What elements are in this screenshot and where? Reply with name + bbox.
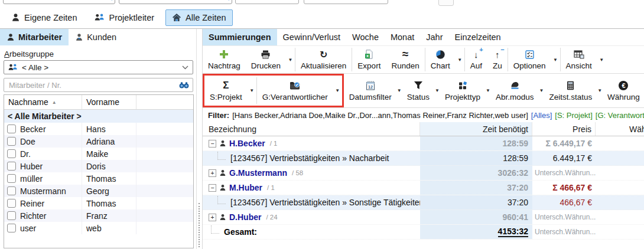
column-header-zeit-benoetigt[interactable]: Zeit benötigt bbox=[420, 122, 532, 136]
top-field-4[interactable] bbox=[304, 0, 388, 4]
firstname: web bbox=[86, 224, 102, 233]
drucken-dropdown[interactable]: ▼ bbox=[286, 46, 295, 73]
collapse-toggle-icon[interactable]: − bbox=[209, 140, 216, 148]
ansicht-button[interactable]: Ansicht bbox=[561, 46, 597, 73]
global-search-input-2[interactable] bbox=[119, 0, 232, 4]
sortierung-projekt-dropdown[interactable]: ▼ bbox=[248, 76, 256, 106]
button-label: G:Verantwortlicher bbox=[262, 93, 328, 101]
toolbar-row-1: Nachtrag Drucken ▼ ↻ Aktualisieren x Exp… bbox=[203, 46, 644, 74]
optionen-dropdown[interactable]: ▼ bbox=[551, 46, 560, 73]
row-checkbox[interactable] bbox=[7, 162, 16, 171]
top-field-3[interactable] bbox=[235, 0, 299, 4]
gruppierung-verantwortlicher-button[interactable]: G:Verantwortlicher bbox=[257, 76, 333, 106]
row-checkbox[interactable] bbox=[7, 186, 16, 195]
sortierung-projekt-button[interactable]: Σ S:Projekt bbox=[204, 76, 248, 106]
optionen-button[interactable]: Optionen bbox=[508, 46, 551, 73]
auf-button[interactable]: ↓+ Auf bbox=[465, 46, 487, 73]
expand-toggle-icon[interactable]: + bbox=[209, 169, 216, 177]
tab-mitarbeiter[interactable]: Mitarbeiter bbox=[0, 29, 69, 45]
price-value: Untersch.Währun... bbox=[535, 213, 596, 221]
button-label: Zu bbox=[493, 61, 502, 70]
row-checkbox[interactable] bbox=[7, 137, 16, 146]
list-item[interactable]: user web bbox=[4, 222, 193, 234]
zu-button[interactable]: ↑− Zu bbox=[487, 46, 508, 73]
row-checkbox[interactable] bbox=[7, 149, 16, 158]
employee-list-header: Nachname ▲ Vorname bbox=[4, 95, 193, 110]
row-checkbox[interactable] bbox=[7, 224, 16, 232]
top-overflow-button[interactable]: ●● bbox=[438, 0, 454, 6]
list-item[interactable]: Mustermann Georg bbox=[4, 185, 193, 197]
drucken-button[interactable]: Drucken bbox=[246, 46, 286, 73]
tab-projektleiter[interactable]: Projektleiter bbox=[88, 9, 161, 26]
workgroup-select[interactable]: < Alle > bbox=[4, 60, 193, 74]
search-icon bbox=[105, 0, 113, 1]
blocks-icon bbox=[458, 80, 467, 91]
list-item[interactable]: Dr. Maike bbox=[4, 148, 193, 160]
tab-alle-zeiten[interactable]: Alle Zeiten bbox=[165, 9, 233, 26]
zeitstempel-status-filter-dropdown[interactable]: ▼ bbox=[597, 74, 602, 107]
list-item[interactable]: müller Thomas bbox=[4, 172, 193, 185]
abrechnungsmodus-filter-button[interactable]: Abr.modus bbox=[490, 74, 539, 107]
tab-kunden[interactable]: Kunden bbox=[69, 29, 123, 45]
firstname: Maike bbox=[86, 149, 108, 159]
runden-button[interactable]: ≈ Runden bbox=[386, 46, 424, 73]
button-label: Optionen bbox=[513, 61, 546, 70]
export-button[interactable]: x Export bbox=[352, 46, 386, 73]
table-row[interactable]: − M.Huber / 1 37:20 Σ 466,67 € bbox=[203, 181, 644, 195]
tab-woche[interactable]: Woche bbox=[346, 29, 385, 45]
waehrung-filter-button[interactable]: € Währung bbox=[602, 74, 644, 107]
chart-button[interactable]: Chart bbox=[425, 46, 456, 73]
row-checkbox[interactable] bbox=[7, 211, 16, 220]
svg-text:12: 12 bbox=[368, 84, 373, 89]
table-row[interactable]: [1234567] Vertriebstätigkeiten » Sonstig… bbox=[203, 195, 644, 210]
expand-toggle-icon[interactable]: + bbox=[209, 214, 216, 221]
table-row[interactable]: + G.Mustermann / 58 3026:32 Untersch.Wäh… bbox=[203, 166, 644, 181]
nachtrag-button[interactable]: Nachtrag bbox=[203, 46, 246, 73]
collapse-toggle-icon[interactable]: − bbox=[209, 184, 216, 192]
employee-search-input[interactable] bbox=[8, 80, 179, 90]
list-item[interactable]: Huber Doris bbox=[4, 160, 193, 172]
table-header-row: Bezeichnung Zeit benötigt Preis Währung bbox=[203, 122, 644, 136]
column-header-nachname[interactable]: Nachname ▲ bbox=[4, 95, 82, 109]
datumsfilter-dropdown[interactable]: ▼ bbox=[397, 74, 402, 107]
employee-list: Nachname ▲ Vorname < Alle Mitarbeiter > … bbox=[4, 94, 194, 248]
zeitstempel-status-filter-button[interactable]: Zeitst.status bbox=[544, 74, 597, 107]
list-item[interactable]: Richter Franz bbox=[4, 209, 193, 222]
tab-summierungen[interactable]: Summierungen bbox=[203, 29, 277, 45]
table-row[interactable]: [1234567] Vertriebstätigkeiten » Nacharb… bbox=[203, 151, 644, 166]
projekttyp-filter-dropdown[interactable]: ▼ bbox=[486, 74, 490, 107]
aktualisieren-button[interactable]: ↻ Aktualisieren bbox=[295, 46, 352, 73]
tab-eigene-zeiten[interactable]: Eigene Zeiten bbox=[5, 9, 83, 26]
column-header-vorname[interactable]: Vorname bbox=[82, 95, 136, 109]
table-row[interactable]: − H.Becker / 1 128:59 Σ 6.449,17 € bbox=[203, 136, 644, 151]
calendar-icon: 12 bbox=[366, 80, 375, 91]
summary-panel: Summierungen Gewinn/Verlust Woche Monat … bbox=[202, 29, 644, 249]
tab-gewinn-verlust[interactable]: Gewinn/Verlust bbox=[277, 29, 347, 45]
datumsfilter-button[interactable]: 12 Datumsfilter bbox=[344, 74, 397, 107]
workgroup-label-mnemonic: A bbox=[4, 50, 9, 58]
projekttyp-filter-button[interactable]: Projekttyp bbox=[440, 74, 486, 107]
list-item[interactable]: Doe Adriana bbox=[4, 135, 193, 148]
tab-jahr[interactable]: Jahr bbox=[420, 29, 448, 45]
column-header-bezeichnung[interactable]: Bezeichnung bbox=[203, 122, 420, 136]
column-header-waehrung[interactable]: Währung bbox=[596, 122, 644, 136]
row-checkbox[interactable] bbox=[7, 199, 16, 208]
abrechnungsmodus-filter-dropdown[interactable]: ▼ bbox=[539, 74, 544, 107]
chart-dropdown[interactable]: ▼ bbox=[456, 46, 464, 73]
price-value: 6.449,17 € bbox=[553, 153, 592, 163]
row-checkbox[interactable] bbox=[7, 174, 16, 183]
list-item-all-employees[interactable]: < Alle Mitarbeiter > bbox=[4, 110, 193, 123]
tab-monat[interactable]: Monat bbox=[385, 29, 420, 45]
ansicht-dropdown[interactable]: ▼ bbox=[597, 46, 606, 73]
gruppierung-verantwortlicher-dropdown[interactable]: ▼ bbox=[333, 76, 342, 106]
status-filter-button[interactable]: Status bbox=[402, 74, 435, 107]
list-item[interactable]: Becker Hans bbox=[4, 123, 193, 135]
column-header-preis[interactable]: Preis bbox=[532, 122, 596, 136]
splitter-grip[interactable] bbox=[199, 203, 200, 247]
table-row[interactable]: + D.Huber / 24 960:41 Untersch.Währun... bbox=[203, 210, 644, 225]
list-item[interactable]: Reiner Thomas bbox=[4, 197, 193, 209]
row-checkbox[interactable] bbox=[7, 125, 16, 133]
tab-einzelzeiten[interactable]: Einzelzeiten bbox=[448, 29, 506, 45]
global-search-input-1[interactable] bbox=[3, 0, 115, 4]
status-filter-dropdown[interactable]: ▼ bbox=[435, 74, 440, 107]
